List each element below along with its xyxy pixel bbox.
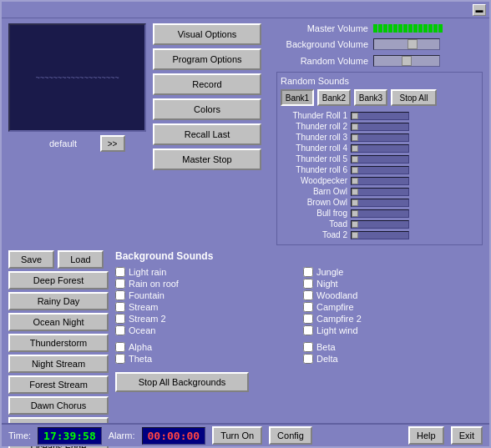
bg-label-fountain: Fountain: [129, 290, 165, 300]
bg-label-campfire2: Campfire 2: [316, 314, 362, 324]
save-button[interactable]: Save: [8, 250, 54, 269]
bw-check-beta[interactable]: [303, 342, 313, 352]
sound-slider-0[interactable]: [351, 112, 409, 120]
bw-check-theta[interactable]: [115, 354, 125, 364]
preset-thunderstorm[interactable]: Thunderstorm: [8, 334, 109, 352]
bg-check-campfire2[interactable]: [303, 314, 313, 324]
preview-box: ~~~~~~~~~~~~~~~~~~~: [8, 23, 146, 132]
sound-label-11: Toad 2: [281, 230, 347, 239]
bg-check-light-rain[interactable]: [115, 267, 125, 277]
bg-sound-light-rain: Light rain: [115, 267, 295, 277]
title-bar: ▬: [2, 2, 489, 18]
preset-rainy-day[interactable]: Rainy Day: [8, 292, 109, 310]
sound-slider-7[interactable]: [351, 188, 409, 196]
bg-label-rain-roof: Rain on roof: [129, 279, 179, 289]
master-stop-button[interactable]: Master Stop: [153, 148, 261, 170]
top-row: ~~~~~~~~~~~~~~~~~~~ default >> Visual Op…: [8, 23, 483, 245]
background-sounds-title: Background Sounds: [115, 250, 483, 262]
master-volume-row: Master Volume: [276, 23, 483, 33]
preset-row: default >>: [30, 135, 125, 152]
bg-check-night[interactable]: [303, 279, 313, 289]
sound-slider-5[interactable]: [351, 166, 409, 174]
bg-sound-rain-roof: Rain on roof: [115, 279, 295, 289]
sound-slider-10[interactable]: [351, 220, 409, 229]
bg-check-jungle[interactable]: [303, 267, 313, 277]
sound-label-7: Barn Owl: [281, 187, 347, 196]
exit-button[interactable]: Exit: [451, 426, 483, 445]
minimize-button[interactable]: ▬: [473, 4, 486, 16]
sound-label-3: Thunder roll 4: [281, 143, 347, 153]
sound-slider-3[interactable]: [351, 144, 409, 153]
visual-options-button[interactable]: Visual Options: [153, 23, 261, 45]
background-volume-row: Background Volume: [276, 38, 483, 50]
sound-label-9: Bull frog: [281, 209, 347, 218]
v14: [438, 24, 443, 33]
recall-last-button[interactable]: Recall Last: [153, 123, 261, 145]
v4: [388, 24, 392, 33]
v9: [413, 24, 418, 33]
preset-forest-stream[interactable]: Forest Stream: [8, 375, 109, 394]
bg-check-stream2[interactable]: [115, 314, 125, 324]
help-button[interactable]: Help: [408, 426, 444, 445]
save-load-row: Save Load: [8, 250, 109, 269]
turn-on-button[interactable]: Turn On: [212, 426, 262, 445]
preset-deep-forest[interactable]: Deep Forest: [8, 271, 109, 289]
sound-slider-9[interactable]: [351, 209, 409, 218]
bw-check-delta[interactable]: [303, 354, 313, 364]
sound-slider-4[interactable]: [351, 155, 409, 164]
center-buttons: Visual Options Program Options Record Co…: [153, 23, 261, 170]
sound-row-8: Brown Owl: [281, 198, 478, 207]
preset-ocean-night[interactable]: Ocean Night: [8, 313, 109, 331]
status-bar: Time: 17:39:58 Alarm: 00:00:00 Turn On C…: [2, 423, 489, 446]
bg-label-light-rain: Light rain: [129, 267, 166, 277]
bg-check-woodland[interactable]: [303, 290, 313, 300]
bg-label-ocean: Ocean: [129, 325, 155, 335]
random-stop-all-button[interactable]: Stop All: [391, 89, 437, 106]
bw-label-theta: Theta: [129, 354, 152, 364]
bg-check-fountain[interactable]: [115, 290, 125, 300]
background-sounds-section: Background Sounds Light rain Jungle Rain…: [115, 250, 483, 448]
preset-dawn-chorus[interactable]: Dawn Chorus: [8, 396, 109, 415]
program-options-button[interactable]: Program Options: [153, 48, 261, 70]
sound-row-1: Thunder roll 2: [281, 122, 478, 131]
sound-slider-8[interactable]: [351, 199, 409, 207]
bg-check-rain-roof[interactable]: [115, 279, 125, 289]
random-sounds-box: Random Sounds Bank1 Bank2 Bank3 Stop All…: [276, 72, 483, 245]
bg-check-stream[interactable]: [115, 302, 125, 312]
record-button[interactable]: Record: [153, 73, 261, 95]
sound-slider-11[interactable]: [351, 231, 409, 239]
sound-row-5: Thunder roll 6: [281, 165, 478, 174]
bg-check-ocean[interactable]: [115, 325, 125, 335]
v7: [403, 24, 407, 33]
random-sound-list: Thunder Roll 1 Thunder roll 2 Thunder ro…: [281, 111, 478, 239]
bg-label-jungle: Jungle: [316, 267, 343, 277]
bg-check-light-wind[interactable]: [303, 325, 313, 335]
config-button[interactable]: Config: [269, 426, 312, 445]
colors-button[interactable]: Colors: [153, 98, 261, 120]
load-button[interactable]: Load: [58, 250, 104, 269]
bg-sound-woodland: Woodland: [303, 290, 483, 300]
bank3-button[interactable]: Bank3: [354, 89, 387, 106]
bg-check-campfire[interactable]: [303, 302, 313, 312]
sound-label-2: Thunder roll 3: [281, 133, 347, 142]
sound-slider-6[interactable]: [351, 177, 409, 185]
bg-label-woodland: Woodland: [316, 290, 357, 300]
bank2-button[interactable]: Bank2: [317, 89, 351, 106]
bw-check-alpha[interactable]: [115, 342, 125, 352]
bg-sound-light-wind: Light wind: [303, 325, 483, 335]
alarm-label: Alarm:: [109, 430, 135, 440]
bw-alpha: Alpha: [115, 342, 295, 352]
stop-all-backgrounds-button[interactable]: Stop All Backgrounds: [115, 372, 249, 392]
bank1-button[interactable]: Bank1: [281, 89, 314, 106]
bottom-row: Save Load Deep Forest Rainy Day Ocean Ni…: [8, 250, 483, 448]
preset-night-stream[interactable]: Night Stream: [8, 355, 109, 373]
v12: [428, 24, 433, 33]
background-volume-slider[interactable]: [373, 38, 440, 50]
v11: [423, 24, 428, 33]
random-sounds-title: Random Sounds: [281, 76, 478, 86]
bg-sound-jungle: Jungle: [303, 267, 483, 277]
preset-arrow-button[interactable]: >>: [100, 135, 125, 152]
sound-slider-2[interactable]: [351, 133, 409, 142]
sound-slider-1[interactable]: [351, 123, 409, 131]
random-volume-slider[interactable]: [373, 55, 440, 67]
